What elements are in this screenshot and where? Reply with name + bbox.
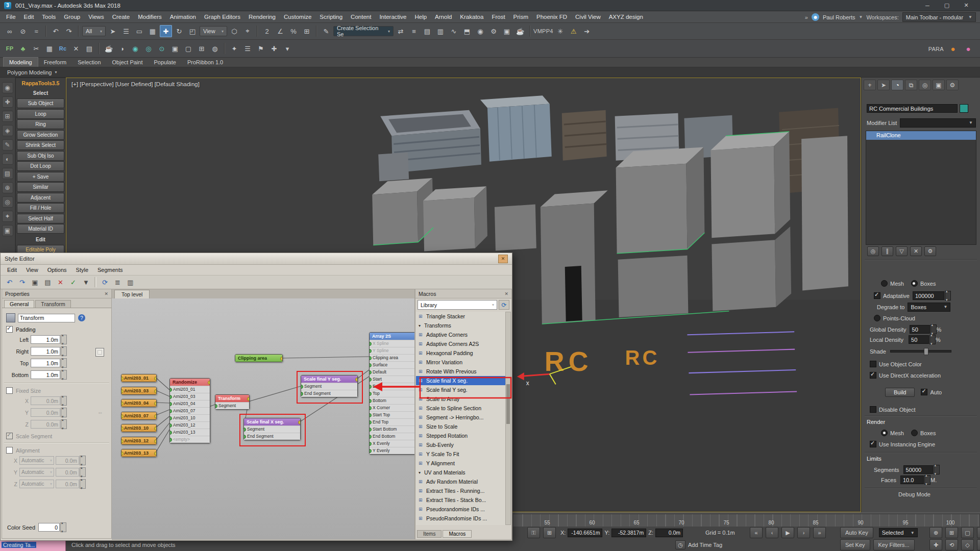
padding-spinner[interactable]	[61, 370, 67, 380]
display-tab-icon[interactable]: ▣	[933, 80, 945, 90]
menu-item[interactable]: Krakatoa	[456, 11, 487, 23]
alignment-value-field[interactable]: 0.0m	[56, 468, 79, 477]
macro-list-item[interactable]: ▾ ⊞ Scale to Array	[416, 394, 506, 404]
percent-snap-icon[interactable]: % ▾	[287, 25, 300, 37]
macros-close-icon[interactable]: ✕	[504, 291, 508, 296]
left-dock-icon[interactable]: ⊕	[2, 182, 13, 193]
local-density-spinner[interactable]	[929, 335, 936, 344]
rappatools-button[interactable]: Edit	[17, 235, 64, 244]
x-coordinate-field[interactable]: -140.6651m	[568, 529, 602, 537]
macros-bottom-tab[interactable]: Items	[417, 530, 442, 538]
macro-list-item[interactable]: ▾ ⊞ Extract Tiles - Stack Bo...	[416, 495, 506, 505]
pin-stack-icon[interactable]: ◎	[867, 246, 879, 256]
ribbon-tab[interactable]: ProRibbon 1.0	[182, 58, 229, 67]
node-port-row[interactable]: Arni203_10	[170, 414, 210, 421]
plugin-icon[interactable]: ✳ ▾	[554, 25, 567, 37]
fixed-size-spinner[interactable]	[61, 396, 67, 406]
zoom-icon[interactable]: ⊕	[929, 527, 942, 538]
menu-item[interactable]: File	[2, 11, 20, 23]
left-dock-icon[interactable]: ◉	[2, 82, 13, 93]
key-selection-dropdown[interactable]: Selected▼	[879, 528, 918, 537]
adaptative-spinner[interactable]	[945, 291, 951, 300]
auto-checkbox[interactable]	[921, 389, 927, 395]
render-region-icon[interactable]: ▣	[169, 42, 181, 55]
pan-icon[interactable]: ✚	[929, 539, 942, 550]
node-port-row[interactable]: Arni203_12	[170, 421, 210, 429]
node-port-row[interactable]: X Corner	[370, 404, 414, 411]
separator[interactable]: ▾	[257, 26, 258, 37]
pink-status-icon[interactable]: ●	[962, 43, 974, 55]
menu-item[interactable]: Customize	[280, 11, 315, 23]
properties-tab[interactable]: Transform	[35, 300, 70, 308]
selection-filter-dropdown[interactable]: All ▾	[82, 26, 106, 36]
node-port-row[interactable]: Surface	[370, 361, 414, 368]
key-filters-button[interactable]: Key Filters...	[873, 539, 915, 550]
left-dock-icon[interactable]: ✦	[2, 211, 13, 222]
alignment-spinner[interactable]	[80, 456, 86, 465]
rappatools-button[interactable]: Loop	[17, 109, 64, 119]
workspace-dropdown[interactable]: Main Toolbar - modular▼	[902, 12, 976, 22]
style-editor-titlebar[interactable]: Style Editor ✕	[1, 253, 512, 265]
menu-item[interactable]: Graph Editors	[200, 11, 244, 23]
node-port-row[interactable]: Default	[370, 368, 414, 375]
node-port-row[interactable]: Arni203_01	[170, 386, 210, 393]
orange-status-icon[interactable]: ●	[947, 43, 959, 55]
macro-list-item[interactable]: ▾ ⊞ Sub-Evenly	[416, 440, 506, 449]
macro-list-item[interactable]: ▾ ⊞ Adaptive Corners A2S	[416, 339, 506, 348]
macros-scrollbar[interactable]	[505, 312, 511, 525]
align-icon[interactable]: ≡ ▾	[408, 25, 420, 37]
macro-list-item[interactable]: ▾ ⊞ PseudoRandomise IDs ...	[416, 514, 506, 523]
undo-icon[interactable]: ↶ ▾	[50, 25, 62, 37]
left-dock-icon[interactable]: ✎	[2, 139, 13, 151]
node-canvas[interactable]: Clipping area Arni203_01	[112, 298, 414, 539]
macro-list-item[interactable]: ▾ ⊞ Adv Random Material	[416, 477, 506, 486]
color-seed-spinner[interactable]	[60, 522, 66, 532]
rappatools-button[interactable]: Sub Object	[17, 98, 64, 108]
style-editor-close-button[interactable]: ✕	[498, 255, 508, 263]
node-port-row[interactable]: Y Evenly	[370, 447, 414, 454]
alignment-mode-select[interactable]: Automatic▾	[19, 468, 54, 477]
fixed-size-spinner[interactable]	[61, 419, 67, 429]
alignment-value-field[interactable]: 0.0m	[56, 480, 79, 488]
menu-item[interactable]: Edit	[20, 11, 38, 23]
select-and-rotate-icon[interactable]: ↻ ▾	[173, 25, 185, 37]
maximize-viewport-icon[interactable]: ◱	[977, 539, 980, 550]
zoom-extents-icon[interactable]: ▢	[961, 527, 974, 538]
menu-item[interactable]: Interactive	[375, 11, 410, 23]
y-coordinate-field[interactable]: -52.3817m	[611, 529, 646, 537]
node-port-row[interactable]: Segment	[301, 383, 357, 390]
selection-lock-icon[interactable]: ⚿	[527, 527, 540, 538]
alignment-checkbox[interactable]	[6, 447, 13, 454]
style-editor-menu-item[interactable]: Style	[71, 267, 93, 273]
macro-list-item[interactable]: ▾ ⊞ Triangle Stacker	[416, 312, 506, 321]
zoom-all-icon[interactable]: ⊞	[945, 527, 958, 538]
menu-item[interactable]: Scripting	[315, 11, 347, 23]
select-and-scale-icon[interactable]: ◰ ▾	[186, 25, 199, 37]
menu-item[interactable]: Prism	[509, 11, 532, 23]
macro-list-item[interactable]: ▾ ⊞ Size to Scale	[416, 422, 506, 431]
notes-icon[interactable]: ▥	[124, 277, 137, 288]
left-dock-icon[interactable]: ▣	[2, 225, 13, 236]
create-tab-icon[interactable]: ➤	[877, 80, 890, 90]
graph-node[interactable]: Arni203_12	[121, 437, 157, 445]
macro-list-item[interactable]: ▾ ⊞ Stepped Rotation	[416, 431, 506, 440]
graph-node[interactable]: Scale final X seg. SegmentEnd Segment	[243, 418, 301, 440]
ribbon-tab[interactable]: Object Paint	[107, 58, 149, 67]
select-and-move-icon[interactable]: ✚ ▾	[160, 25, 172, 37]
graph-node[interactable]: Arni203_10	[121, 424, 157, 432]
field-of-view-icon[interactable]: ◇	[961, 539, 974, 550]
delete-tool-icon[interactable]: ✕	[70, 42, 82, 55]
maximize-button[interactable]: ▢	[937, 1, 957, 11]
zoom-extents-all-icon[interactable]: ▣	[977, 527, 980, 538]
rappatools-button[interactable]: Material ID	[17, 224, 64, 234]
rappatools-button[interactable]: + Save	[17, 172, 64, 182]
go-to-start-button[interactable]: «	[750, 527, 763, 538]
properties-tab[interactable]: General	[4, 300, 34, 308]
plant-icon[interactable]: ♣	[17, 42, 29, 55]
padding-spinner[interactable]	[61, 335, 67, 344]
modify-tab-icon[interactable]: ◔	[891, 80, 903, 90]
macro-list-item[interactable]: ▾ ⊞ Scale final Y seg.	[416, 385, 506, 394]
fixed-size-value-field[interactable]: 0.0m	[31, 408, 60, 417]
menu-item[interactable]: Modifiers	[134, 11, 166, 23]
scale-segment-checkbox[interactable]	[6, 433, 13, 439]
